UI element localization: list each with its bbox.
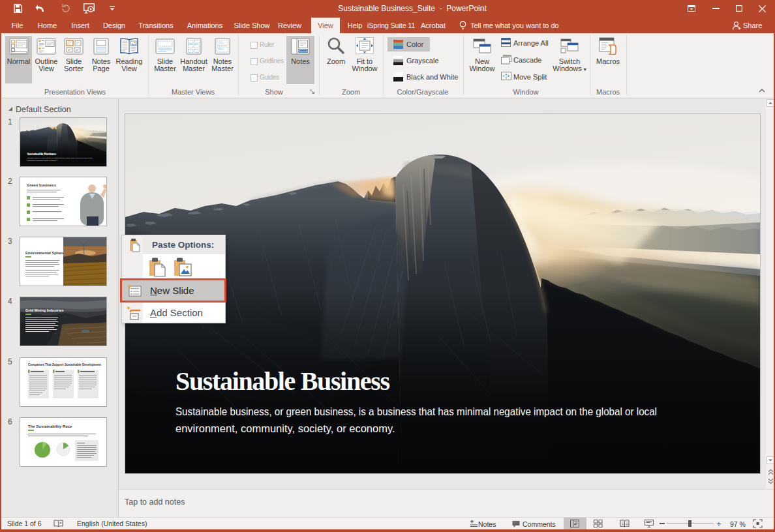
svg-text:Environmental Sphere: Environmental Sphere (25, 251, 64, 255)
svg-text:Gold Mining Industries: Gold Mining Industries (25, 308, 63, 312)
svg-text:Green business: Green business (27, 183, 57, 187)
svg-text:Companies That Support Sustain: Companies That Support Sustainable Devel… (28, 363, 101, 366)
svg-text:The Sustainability Race: The Sustainability Race (28, 424, 72, 428)
